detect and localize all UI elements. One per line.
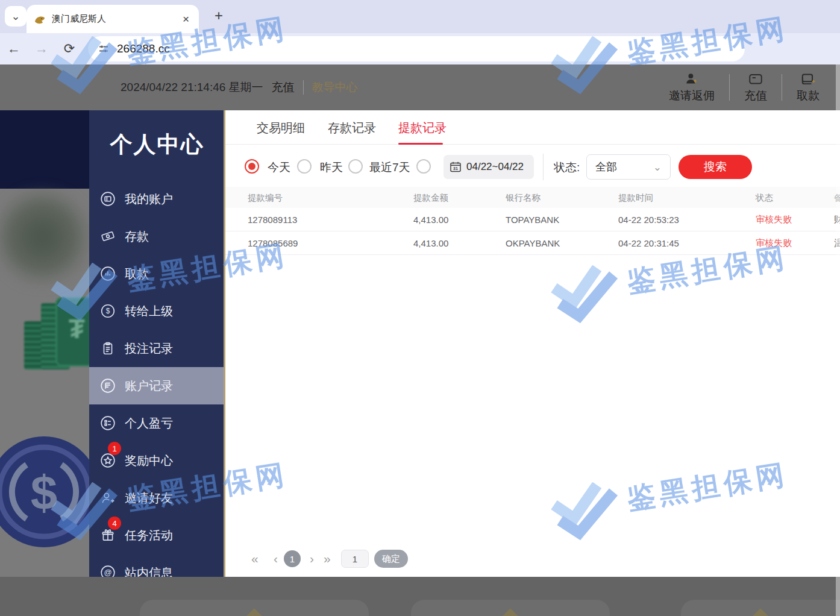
reward-badge: 1	[108, 442, 121, 455]
site-header: 2024/04/22 21:14:46 星期一 充值 教导中心 邀请返佣 充值	[0, 64, 840, 110]
background-card	[140, 600, 369, 616]
filter-divider	[543, 154, 544, 180]
browser-tab-strip: ⌄ 澳门威尼斯人 × +	[0, 0, 840, 33]
page-jump-input[interactable]	[341, 550, 369, 568]
status-label: 状态:	[554, 160, 580, 175]
recharge-button[interactable]: 充值	[730, 71, 782, 104]
sidebar-item-label: 奖励中心	[125, 453, 173, 469]
header-separator	[303, 80, 304, 95]
status-badge: 审核失败	[756, 214, 792, 225]
withdraw-icon	[100, 266, 116, 281]
record-tabs: 交易明细 存款记录 提款记录	[225, 110, 840, 145]
tab-transaction-detail[interactable]: 交易明细	[257, 120, 305, 136]
reload-icon[interactable]: ⟳	[55, 41, 83, 57]
last-page-icon[interactable]: »	[324, 552, 331, 566]
sidebar: 个人中心 我的账户 存款	[89, 110, 225, 577]
status-select-value: 全部	[595, 160, 653, 174]
col-amount: 提款金额	[413, 192, 448, 203]
task-badge: 4	[108, 517, 121, 530]
diamond-icon	[246, 608, 262, 616]
radio-custom-range[interactable]	[416, 159, 431, 174]
withdraw-id: 1278085689	[248, 238, 298, 248]
radio-last7days[interactable]	[348, 159, 363, 174]
usd-coin-art: $	[0, 435, 89, 552]
radio-yesterday-label[interactable]: 昨天	[320, 160, 343, 175]
site-favicon-icon	[34, 13, 46, 25]
bank: OKPAYBANK	[506, 238, 560, 248]
background-card	[681, 600, 840, 616]
invite-commission-button[interactable]: 邀请返佣	[654, 71, 729, 104]
deposit-icon	[100, 228, 116, 244]
svg-text:$: $	[106, 307, 110, 315]
sidebar-item-label: 取款	[125, 266, 149, 282]
page-confirm-button[interactable]: 确定	[374, 550, 408, 568]
sidebar-title: 个人中心	[89, 130, 225, 160]
sidebar-item-transfer-up[interactable]: $ 转给上级	[89, 292, 225, 330]
recharge-link[interactable]: 充值	[272, 80, 295, 95]
sidebar-item-task-activity[interactable]: 4 任务活动	[89, 517, 225, 554]
next-page-icon[interactable]: ›	[310, 552, 314, 566]
diamond-icon	[753, 608, 768, 616]
sidebar-item-account-record[interactable]: 账户记录	[89, 367, 225, 404]
withdraw-id: 1278089113	[248, 215, 297, 225]
recharge-card-icon	[748, 71, 763, 87]
sidebar-item-bet-record[interactable]: 投注记录	[89, 330, 225, 367]
new-tab-button[interactable]: +	[210, 7, 228, 24]
sidebar-item-reward-center[interactable]: 1 奖励中心	[89, 442, 225, 479]
date-range-picker[interactable]: 31 04/22~04/22	[444, 155, 534, 179]
invite-friends-icon	[100, 490, 116, 506]
url-bar[interactable]: 266288.cc	[88, 36, 745, 61]
nav-label: 取款	[797, 88, 820, 104]
status-select[interactable]: 全部 ⌄	[586, 154, 671, 180]
nav-label: 邀请返佣	[669, 88, 715, 104]
search-button[interactable]: 搜索	[679, 155, 752, 179]
tab-deposit-record[interactable]: 存款记录	[328, 120, 376, 136]
active-tab-underline	[398, 143, 443, 145]
status-badge: 审核失败	[756, 237, 792, 249]
sidebar-item-label: 邀请好友	[125, 490, 173, 506]
page-scrollbar[interactable]	[836, 64, 840, 616]
bank: TOPAYBANK	[506, 215, 559, 225]
account-record-icon	[100, 378, 116, 394]
sidebar-item-label: 账户记录	[125, 378, 173, 394]
sidebar-item-withdraw[interactable]: 取款	[89, 255, 225, 292]
transfer-up-icon: $	[100, 303, 116, 319]
invite-commission-icon	[684, 71, 700, 87]
sidebar-item-label: 个人盈亏	[125, 415, 173, 432]
radio-today-label[interactable]: 今天	[268, 160, 290, 175]
tutorial-center-link[interactable]: 教导中心	[312, 80, 358, 95]
url-text[interactable]: 266288.cc	[117, 42, 170, 55]
sidebar-item-profit-loss[interactable]: 个人盈亏	[89, 404, 225, 442]
browser-tab[interactable]: 澳门威尼斯人 ×	[27, 5, 199, 33]
chevron-down-icon: ⌄	[653, 161, 662, 174]
filter-row: 今天 昨天 最近7天 31 04/22~04/22 状态:	[225, 145, 840, 187]
sidebar-item-my-account[interactable]: 我的账户	[89, 180, 225, 218]
sidebar-item-deposit[interactable]: 存款	[89, 218, 225, 255]
sidebar-item-invite-friends[interactable]: 邀请好友	[89, 479, 225, 517]
col-withdraw-id: 提款编号	[248, 192, 283, 203]
tab-withdraw-record[interactable]: 提款记录	[398, 120, 447, 136]
site-info-icon[interactable]	[98, 43, 110, 55]
radio-today[interactable]	[245, 159, 259, 174]
prev-page-icon[interactable]: ‹	[274, 552, 278, 566]
tether-coins-art: ₮	[24, 285, 89, 369]
withdraw-button[interactable]: 取款	[782, 71, 834, 104]
first-page-icon[interactable]: «	[251, 552, 259, 566]
browser-toolbar: ← → ⟳ 266288.cc	[0, 33, 840, 64]
radio-yesterday[interactable]	[297, 159, 312, 174]
date-range-value: 04/22~04/22	[466, 161, 524, 173]
svg-text:31: 31	[453, 166, 458, 171]
forward-icon[interactable]: →	[28, 41, 55, 57]
sidebar-item-label: 转给上级	[125, 303, 173, 319]
back-icon[interactable]: ←	[0, 41, 28, 57]
diamond-icon	[503, 608, 518, 616]
current-page[interactable]: 1	[284, 550, 301, 567]
sidebar-item-site-message[interactable]: @ 站内信息	[89, 554, 225, 577]
page-body: ₮ $ 个人中心 我的账户	[0, 110, 840, 577]
time: 04-22 20:53:23	[618, 215, 679, 225]
table-header: 提款编号 提款金额 银行名称 提款时间 状态 备注	[225, 187, 840, 208]
tab-close-icon[interactable]: ×	[180, 13, 192, 26]
tab-search-button[interactable]: ⌄	[5, 6, 27, 27]
tab-title: 澳门威尼斯人	[52, 13, 180, 25]
radio-last7days-label[interactable]: 最近7天	[369, 160, 410, 175]
